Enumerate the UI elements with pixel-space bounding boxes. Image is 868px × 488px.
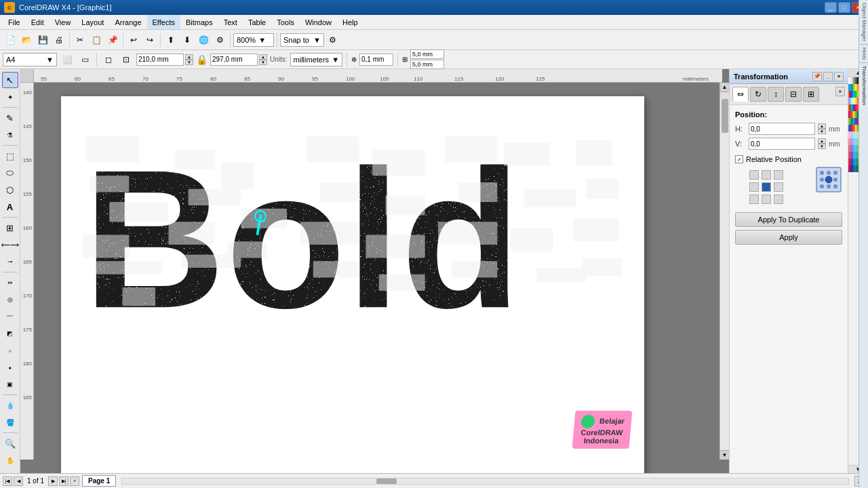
pos-mid-left[interactable]: [749, 182, 759, 192]
minimize-button[interactable]: _: [825, 2, 837, 13]
height-spinner[interactable]: ▲ ▼: [259, 54, 267, 65]
cut-button[interactable]: ✂: [73, 33, 87, 47]
h-spinner[interactable]: ▲ ▼: [818, 123, 826, 134]
units-select[interactable]: millimeters ▼: [290, 53, 342, 66]
zoom-dropdown-icon[interactable]: ▼: [258, 36, 266, 44]
contour-tool[interactable]: ◎: [2, 291, 18, 308]
h-position-input[interactable]: 0,0: [749, 123, 815, 135]
width-input[interactable]: 210,0 mm: [136, 54, 184, 66]
extrude-tool[interactable]: ⬥: [2, 359, 18, 375]
new-button[interactable]: 📄: [3, 33, 18, 47]
v-grid-input[interactable]: 5,0 mm: [410, 60, 444, 69]
menu-layout[interactable]: Layout: [76, 15, 109, 29]
open-button[interactable]: 📂: [19, 33, 34, 47]
menu-bitmaps[interactable]: Bitmaps: [180, 15, 218, 29]
pos-top-center[interactable]: [762, 170, 771, 180]
text-tool[interactable]: A: [2, 199, 18, 215]
maximize-button[interactable]: □: [838, 2, 850, 13]
panel-header-buttons[interactable]: 📌 _ ×: [812, 72, 844, 81]
page-tab[interactable]: Page 1: [82, 475, 116, 487]
freehand-tool[interactable]: ✎: [2, 110, 18, 126]
rectangle-tool[interactable]: ⬚: [2, 148, 18, 164]
menu-table[interactable]: Table: [243, 15, 271, 29]
first-page-button[interactable]: |◀: [3, 476, 12, 486]
blend-tool[interactable]: ⇔: [2, 274, 18, 291]
tab-rotate[interactable]: ↻: [750, 87, 766, 102]
tab-skew[interactable]: ⊞: [803, 87, 819, 102]
snap-to-box[interactable]: Snap to ▼: [280, 33, 324, 47]
menu-tools[interactable]: Tools: [271, 15, 300, 29]
h-grid-input[interactable]: 5,0 mm: [410, 49, 444, 59]
smart-fill-tool[interactable]: ⚗: [2, 127, 18, 143]
nudge-input[interactable]: 0,1 mm: [359, 54, 393, 66]
pos-mid-right[interactable]: [774, 182, 783, 192]
horizontal-scrollbar[interactable]: [121, 478, 849, 485]
apply-to-duplicate-button[interactable]: Apply To Duplicate: [735, 212, 842, 227]
hints-tab[interactable]: Hints: [859, 45, 868, 63]
object-manager-tab[interactable]: Object Manager: [859, 0, 868, 45]
select-tool[interactable]: ↖: [2, 72, 18, 88]
print-button[interactable]: 🖨: [52, 33, 66, 47]
paste-button[interactable]: 📌: [105, 33, 120, 47]
menu-edit[interactable]: Edit: [26, 15, 50, 29]
polygon-tool[interactable]: ⬡: [2, 182, 18, 198]
landscape-button[interactable]: ▭: [77, 52, 92, 67]
v-down-button[interactable]: ▼: [818, 144, 826, 149]
canvas-area[interactable]: 55 60 65 70 75 80 85 90 95 100 105 110 1…: [20, 69, 729, 473]
v-spinner[interactable]: ▲ ▼: [818, 138, 826, 149]
position-grid[interactable]: [749, 170, 785, 205]
dimension-tool[interactable]: ⟵⟶: [2, 237, 18, 253]
menu-window[interactable]: Window: [300, 15, 337, 29]
add-page-button[interactable]: +: [70, 476, 79, 486]
dimension-lock-icon[interactable]: 🔒: [196, 54, 208, 65]
eyedropper-tool[interactable]: 💧: [2, 397, 18, 413]
menu-view[interactable]: View: [50, 15, 77, 29]
menu-arrange[interactable]: Arrange: [109, 15, 146, 29]
panel-minimize-button[interactable]: _: [823, 72, 833, 81]
copy-button[interactable]: 📋: [89, 33, 104, 47]
pos-mid-center[interactable]: [762, 182, 771, 192]
shape-tool[interactable]: ✦: [2, 89, 18, 105]
pos-bot-center[interactable]: [762, 195, 771, 204]
scroll-up-button[interactable]: ▲: [720, 83, 729, 92]
paper-size-dropdown-icon[interactable]: ▼: [46, 56, 54, 64]
scroll-down-button[interactable]: ▼: [720, 450, 729, 460]
last-page-button[interactable]: ▶|: [59, 476, 68, 486]
table-tool[interactable]: ⊞: [2, 220, 18, 236]
tab-scale[interactable]: ↕: [768, 87, 784, 102]
height-input[interactable]: 297,0 mm: [210, 54, 258, 66]
bleed-button[interactable]: ⊡: [119, 52, 134, 67]
height-up[interactable]: ▲: [259, 54, 267, 60]
apply-button[interactable]: Apply: [735, 230, 842, 245]
prev-page-button[interactable]: ◀: [14, 476, 23, 486]
h-down-button[interactable]: ▼: [818, 129, 826, 134]
page-border-button[interactable]: ◻: [101, 52, 116, 67]
envelope-tool[interactable]: ⬦: [2, 342, 18, 359]
import-button[interactable]: ⬆: [163, 33, 178, 47]
h-up-button[interactable]: ▲: [818, 123, 826, 129]
v-up-button[interactable]: ▲: [818, 138, 826, 144]
ellipse-tool[interactable]: ⬭: [2, 165, 18, 181]
menu-effects[interactable]: Effects: [147, 15, 180, 29]
panel-pin-button[interactable]: 📌: [812, 72, 822, 81]
pan-tool[interactable]: ✋: [2, 452, 18, 468]
pos-bot-left[interactable]: [749, 195, 759, 204]
width-spinner[interactable]: ▲ ▼: [185, 54, 193, 65]
units-dropdown-icon[interactable]: ▼: [332, 56, 339, 64]
next-page-button[interactable]: ▶: [48, 476, 58, 486]
menu-file[interactable]: File: [3, 15, 26, 29]
menu-help[interactable]: Help: [337, 15, 363, 29]
snap-settings-button[interactable]: ⚙: [326, 33, 340, 47]
tab-close[interactable]: ×: [835, 87, 845, 96]
publish-button[interactable]: 🌐: [196, 33, 211, 47]
transparency-tool[interactable]: ▣: [2, 376, 18, 392]
portrait-button[interactable]: ⬜: [60, 52, 75, 67]
options-button[interactable]: ⚙: [212, 33, 227, 47]
pos-top-right[interactable]: [774, 170, 783, 180]
drop-shadow-tool[interactable]: ◩: [2, 325, 18, 342]
panel-close-button[interactable]: ×: [834, 72, 844, 81]
transformation-tab[interactable]: Transformation: [859, 63, 868, 108]
distort-tool[interactable]: 〰: [2, 308, 18, 325]
tab-size[interactable]: ⊟: [785, 87, 802, 102]
pos-top-left[interactable]: [749, 170, 759, 180]
